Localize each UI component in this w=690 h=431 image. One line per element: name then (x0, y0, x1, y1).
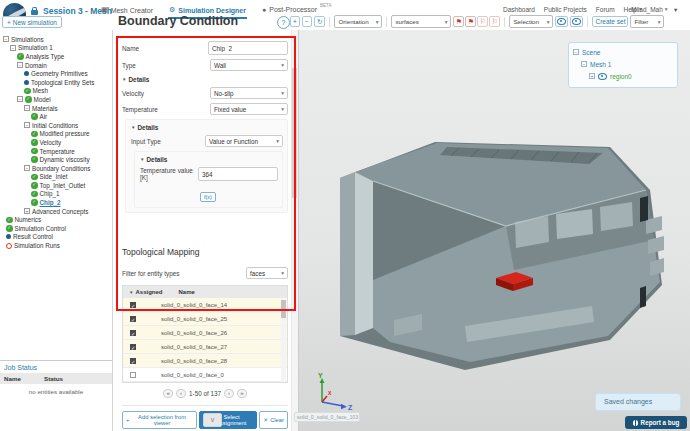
velocity-select[interactable]: No-slip ▾ (210, 87, 288, 99)
tree-item[interactable]: ✓ Velocity (0, 138, 112, 147)
hide-button[interactable] (570, 16, 583, 27)
tree-item[interactable]: ✓ Modified pressure (0, 130, 112, 139)
orientation-dropdown[interactable]: Orientation ▾ (334, 15, 382, 28)
details-section-toggle[interactable]: ▼ Details (122, 76, 288, 83)
new-simulation-button[interactable]: + New simulation (2, 16, 62, 28)
extra-menu-chevron-icon[interactable]: ▾ (674, 6, 677, 14)
flag-button[interactable]: ⚑ (465, 16, 476, 27)
3d-model-canvas[interactable] (299, 30, 690, 431)
tree-item[interactable]: − Domain (0, 61, 112, 70)
report-bug-button[interactable]: Report a bug (625, 416, 687, 429)
tree-item[interactable]: − Initial Conditions (0, 121, 112, 130)
tree-item[interactable]: ✓ Chip_2 (0, 198, 112, 207)
next-page-button[interactable]: › (224, 389, 234, 398)
tree-item[interactable]: − Boundary Conditions (0, 164, 112, 173)
assignment-table-header[interactable]: ▼ Assigned Name (123, 286, 287, 298)
tree-item[interactable]: ✓ Simulation Control (0, 224, 112, 233)
create-set-button[interactable]: Create set (592, 16, 628, 27)
add-selection-button[interactable]: + Add selection from viewer (122, 411, 197, 429)
scene-region-item[interactable]: + region0 (573, 70, 673, 82)
assignment-table: ▼ Assigned Name ✓ solid_0_solid_0_face_1… (122, 285, 288, 383)
panel-scrollbar-thumb[interactable] (292, 68, 297, 198)
tree-item[interactable]: − ✓ Model (0, 95, 112, 104)
tree-item[interactable]: Geometry Primitives (0, 69, 112, 78)
collapse-panel-button[interactable]: ∨ (203, 413, 222, 427)
first-page-button[interactable]: « (163, 389, 173, 398)
nav-link[interactable]: Forum (596, 6, 615, 13)
zoom-out-button[interactable]: − (302, 16, 312, 27)
tree-item-icon: ✓ (6, 217, 13, 224)
assigned-checkbox[interactable]: ✓ (130, 302, 136, 308)
assigned-checkbox[interactable]: ✓ (130, 330, 136, 336)
name-label: Name (122, 45, 139, 52)
tree-item-label: Numerics (15, 216, 42, 223)
temperature-select[interactable]: Fixed value ▾ (210, 103, 288, 115)
reset-view-button[interactable]: ↻ (314, 16, 325, 27)
assigned-checkbox[interactable]: ✓ (130, 358, 136, 364)
zoom-in-button[interactable]: + (290, 16, 300, 27)
tree-item[interactable]: ✓ Dynamic viscosity (0, 155, 112, 164)
nav-link[interactable]: Public Projects (544, 6, 587, 13)
tree-item[interactable]: ✓ Air (0, 112, 112, 121)
input-type-select[interactable]: Value or Function ▾ (205, 135, 283, 147)
assigned-checkbox[interactable] (130, 372, 136, 378)
tree-item[interactable]: ✓ Top_Inlet_Outlet (0, 181, 112, 190)
scene-root-item[interactable]: − Scene (573, 46, 673, 58)
chevron-down-icon: ▾ (281, 62, 284, 68)
assigned-checkbox[interactable]: ✓ (130, 344, 136, 350)
tree-item[interactable]: − Materials (0, 104, 112, 113)
filter-dropdown[interactable]: Filter ▾ (630, 15, 664, 28)
table-row[interactable]: ✓ solid_0_solid_0_face_27 (123, 340, 287, 354)
divider (122, 405, 288, 406)
tab-icon: ● (262, 6, 266, 13)
zoom-out-icon: − (305, 18, 309, 25)
scene-mesh-item[interactable]: − Mesh 1 (573, 58, 673, 70)
table-row[interactable]: ✓ solid_0_solid_0_face_14 (123, 298, 287, 312)
tree-item[interactable]: − Simulation 1 (0, 44, 112, 53)
selection-dropdown[interactable]: Selection ▾ (509, 15, 553, 28)
user-menu[interactable]: Milad_Mah ▾ (631, 6, 668, 13)
type-select[interactable]: Wall ▾ (210, 59, 288, 71)
assigned-checkbox[interactable]: ✓ (130, 316, 136, 322)
flag-button[interactable]: ⚐ (477, 16, 488, 27)
table-row[interactable]: ✓ solid_0_solid_0_face_28 (123, 354, 287, 368)
temperature-value-input[interactable] (198, 167, 278, 181)
tree-item[interactable]: + Advanced Concepts (0, 207, 112, 216)
show-button[interactable] (555, 16, 568, 27)
last-page-button[interactable]: » (237, 389, 247, 398)
table-row[interactable]: solid_0_solid_0_face_0 (123, 368, 287, 382)
tree-item[interactable]: ✓ Mesh (0, 87, 112, 96)
entity-filter-select[interactable]: faces ▾ (246, 267, 288, 279)
help-button[interactable]: ? (277, 16, 290, 29)
job-status-header: Name Status (0, 373, 112, 384)
tree-item[interactable]: ✓ Chip_1 (0, 190, 112, 199)
clear-button[interactable]: ✕ Clear (259, 411, 288, 429)
table-row[interactable]: ✓ solid_0_solid_0_face_26 (123, 326, 287, 340)
table-scrollbar-thumb[interactable] (281, 300, 286, 318)
user-name: Milad_Mah (631, 6, 663, 13)
tree-item-icon: ✓ (31, 148, 38, 155)
nav-link[interactable]: Dashboard (503, 6, 535, 13)
divider (386, 17, 387, 27)
tree-item-label: Simulation Runs (14, 242, 60, 249)
flag-button[interactable]: ⚑ (453, 16, 464, 27)
tree-item[interactable]: Topological Entity Sets (0, 78, 112, 87)
tree-item-icon: ✓ (17, 53, 24, 60)
details-section-toggle[interactable]: ▼ Details (131, 124, 283, 131)
tree-item[interactable]: ✓ Numerics (0, 215, 112, 224)
3d-viewport[interactable]: − Scene − Mesh 1 + region0 Y X Z Saved c… (299, 30, 690, 431)
tree-item[interactable]: ✓ Analysis Type (0, 52, 112, 61)
tree-item[interactable]: Simulation Runs (0, 241, 112, 250)
tree-item[interactable]: ✓ Side_Inlet (0, 173, 112, 182)
flag-button[interactable]: ⚐ (489, 16, 500, 27)
tree-item[interactable]: Result Control (0, 233, 112, 242)
tree-item[interactable]: ✓ Temperature (0, 147, 112, 156)
chevron-down-icon: ▾ (281, 106, 284, 112)
formula-button[interactable]: f(x) (200, 192, 216, 202)
name-input[interactable] (208, 41, 288, 55)
table-row[interactable]: ✓ solid_0_solid_0_face_25 (123, 312, 287, 326)
tree-item[interactable]: − Simulations (0, 35, 112, 44)
details-section-toggle[interactable]: ▼ Details (140, 156, 278, 163)
surfaces-select[interactable]: surfaces ▾ (391, 15, 451, 28)
prev-page-button[interactable]: ‹ (176, 389, 186, 398)
